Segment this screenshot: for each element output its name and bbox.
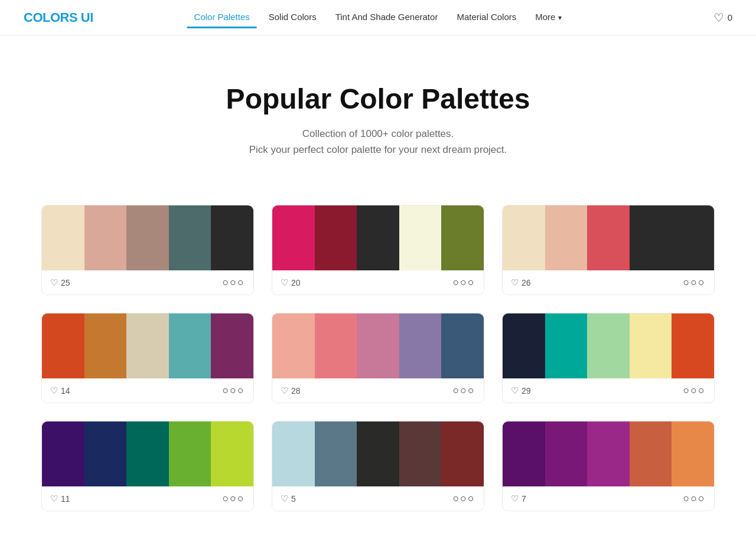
palette-card[interactable]: ♡29○○○ <box>502 313 715 403</box>
palette-card[interactable]: ♡11○○○ <box>41 421 254 511</box>
nav-color-palettes[interactable]: Color Palettes <box>187 7 257 28</box>
color-swatch <box>399 421 442 486</box>
color-swatch <box>503 421 545 486</box>
heart-icon: ♡ <box>281 277 288 288</box>
color-swatch <box>672 205 714 270</box>
color-swatch <box>357 421 399 486</box>
color-swatch <box>441 205 484 270</box>
palette-card[interactable]: ♡28○○○ <box>272 313 484 403</box>
like-count: 11 <box>61 494 70 504</box>
color-swatch <box>587 313 630 378</box>
hero-subtitle-line2: Pick your perfect color palette for your… <box>249 144 507 155</box>
color-swatch <box>630 205 672 270</box>
heart-icon: ♡ <box>281 385 288 396</box>
hero-subtitle: Collection of 1000+ color palettes. Pick… <box>12 126 744 158</box>
chevron-down-icon <box>557 12 562 22</box>
color-swatch <box>272 205 315 270</box>
heart-icon: ♡ <box>511 494 519 504</box>
palette-footer: ♡20○○○ <box>272 270 484 295</box>
palette-card[interactable]: ♡7○○○ <box>502 421 715 511</box>
color-swatch <box>545 313 588 378</box>
logo[interactable]: COLORS UI <box>24 10 93 25</box>
more-options-button[interactable]: ○○○ <box>683 384 706 397</box>
like-area[interactable]: ♡28 <box>281 385 301 396</box>
more-options-button[interactable]: ○○○ <box>222 276 245 289</box>
like-count: 14 <box>61 386 70 396</box>
more-options-button[interactable]: ○○○ <box>222 492 245 505</box>
color-swatch <box>441 313 484 378</box>
like-area[interactable]: ♡29 <box>511 385 531 396</box>
like-area[interactable]: ♡5 <box>281 494 296 504</box>
more-options-button[interactable]: ○○○ <box>683 276 706 289</box>
color-swatch <box>399 205 442 270</box>
color-swatch <box>503 205 545 270</box>
like-count: 26 <box>522 278 531 287</box>
palette-card[interactable]: ♡5○○○ <box>272 421 484 511</box>
color-swatch <box>84 421 127 486</box>
like-area[interactable]: ♡7 <box>511 494 526 504</box>
palette-footer: ♡14○○○ <box>42 378 253 403</box>
color-swatch <box>169 421 211 486</box>
palette-card[interactable]: ♡14○○○ <box>41 313 254 403</box>
color-swatch <box>357 205 399 270</box>
palette-footer: ♡11○○○ <box>42 486 253 511</box>
color-swatch <box>587 421 630 486</box>
color-swatch <box>545 421 588 486</box>
heart-icon: ♡ <box>511 385 519 396</box>
like-area[interactable]: ♡25 <box>50 277 70 288</box>
palette-footer: ♡7○○○ <box>503 486 714 511</box>
palette-card[interactable]: ♡26○○○ <box>502 205 715 295</box>
like-area[interactable]: ♡14 <box>50 385 70 396</box>
like-count: 25 <box>61 278 70 287</box>
palette-grid: ♡25○○○♡20○○○♡26○○○♡14○○○♡28○○○♡29○○○♡11○… <box>0 193 756 547</box>
palette-swatches <box>503 205 714 270</box>
color-swatch <box>272 421 315 486</box>
color-swatch <box>672 421 714 486</box>
heart-icon: ♡ <box>281 494 288 504</box>
heart-icon[interactable]: ♡ <box>713 11 724 25</box>
like-count: 7 <box>522 494 526 504</box>
color-swatch <box>315 421 357 486</box>
palette-swatches <box>272 313 484 378</box>
color-swatch <box>630 313 672 378</box>
palette-footer: ♡29○○○ <box>503 378 714 403</box>
like-area[interactable]: ♡20 <box>281 277 301 288</box>
palette-footer: ♡5○○○ <box>272 486 484 511</box>
color-swatch <box>169 205 211 270</box>
hero-title: Popular Color Palettes <box>12 83 744 115</box>
color-swatch <box>272 313 315 378</box>
palette-swatches <box>503 421 714 486</box>
nav-links: Color Palettes Solid Colors Tint And Sha… <box>187 7 569 28</box>
color-swatch <box>587 205 630 270</box>
color-swatch <box>126 205 169 270</box>
logo-text-black: COLORS <box>24 10 77 25</box>
like-count: 20 <box>291 278 301 287</box>
color-swatch <box>42 421 84 486</box>
more-options-button[interactable]: ○○○ <box>222 384 245 397</box>
color-swatch <box>315 313 357 378</box>
color-swatch <box>84 313 127 378</box>
heart-icon: ♡ <box>511 277 519 288</box>
palette-card[interactable]: ♡20○○○ <box>272 205 484 295</box>
color-swatch <box>399 313 442 378</box>
palette-card[interactable]: ♡25○○○ <box>41 205 254 295</box>
more-options-button[interactable]: ○○○ <box>452 276 475 289</box>
like-count: 29 <box>522 386 531 396</box>
palette-swatches <box>272 421 484 486</box>
color-swatch <box>169 313 211 378</box>
nav-more[interactable]: More <box>528 7 569 28</box>
nav-solid-colors[interactable]: Solid Colors <box>262 7 324 28</box>
more-options-button[interactable]: ○○○ <box>683 492 706 505</box>
like-count: 28 <box>291 386 301 396</box>
more-options-button[interactable]: ○○○ <box>452 492 475 505</box>
like-area[interactable]: ♡26 <box>511 277 531 288</box>
more-options-button[interactable]: ○○○ <box>452 384 475 397</box>
like-area[interactable]: ♡11 <box>50 494 70 504</box>
heart-icon: ♡ <box>50 277 58 288</box>
nav-material-colors[interactable]: Material Colors <box>449 7 523 28</box>
nav-likes-count: 0 <box>728 12 732 22</box>
logo-text-blue: UI <box>77 10 93 25</box>
nav-tint-shade[interactable]: Tint And Shade Generator <box>328 7 445 28</box>
color-swatch <box>672 313 714 378</box>
color-swatch <box>315 205 357 270</box>
